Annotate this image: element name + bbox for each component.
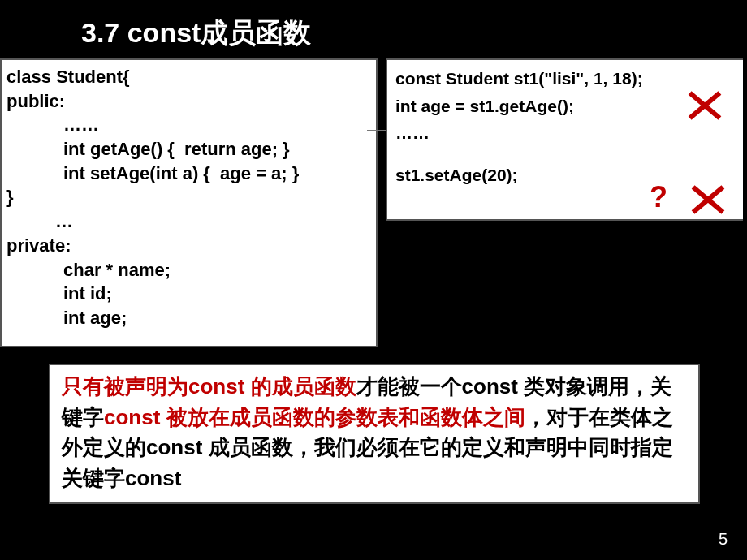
code-line: int getAge() { return age; } xyxy=(6,137,368,162)
explain-text: const xyxy=(104,405,166,429)
code-line: int age = st1.getAge(); xyxy=(395,93,735,120)
code-box-right: const Student st1("lisi", 1, 18); int ag… xyxy=(386,58,743,221)
explain-text: 只有被声明为 xyxy=(62,374,188,398)
explain-text: 的成员函数 xyxy=(251,374,356,398)
code-box-left: class Student{ public: …… int getAge() {… xyxy=(0,58,378,347)
code-line: …… xyxy=(395,119,735,147)
cross-icon xyxy=(692,183,724,216)
page-number: 5 xyxy=(719,530,728,549)
code-line: st1.setAge(20); xyxy=(395,162,735,189)
code-line: …… xyxy=(6,113,368,137)
explain-text: 才能被一个 xyxy=(356,374,462,398)
slide-title: 3.7 const成员函数 xyxy=(0,0,747,62)
code-line: char * name; xyxy=(6,258,368,282)
code-line: public: xyxy=(6,89,368,114)
explain-text: const xyxy=(125,466,181,490)
explanation-box: 只有被声明为const 的成员函数才能被一个const 类对象调用，关键字con… xyxy=(49,364,700,504)
code-text: … xyxy=(6,209,73,234)
code-line: } xyxy=(6,185,368,209)
code-line: … xyxy=(6,209,368,234)
explain-text: const xyxy=(462,374,525,398)
code-line: class Student{ xyxy=(6,65,368,89)
code-text: int setAge(int a) { age = a; } xyxy=(6,162,299,186)
code-line: const Student st1("lisi", 1, 18); xyxy=(395,65,735,93)
code-line: int id; xyxy=(6,282,368,306)
question-mark: ? xyxy=(650,180,667,214)
explain-text: const xyxy=(146,435,209,459)
code-line: int setAge(int a) { age = a; } xyxy=(6,162,368,186)
explain-text: const xyxy=(188,374,251,398)
cross-icon xyxy=(689,89,721,122)
explain-text: 被放在成员函数的参数表和函数体之间 xyxy=(166,405,525,429)
code-line: private: xyxy=(6,234,368,258)
code-line: int age; xyxy=(6,306,368,330)
